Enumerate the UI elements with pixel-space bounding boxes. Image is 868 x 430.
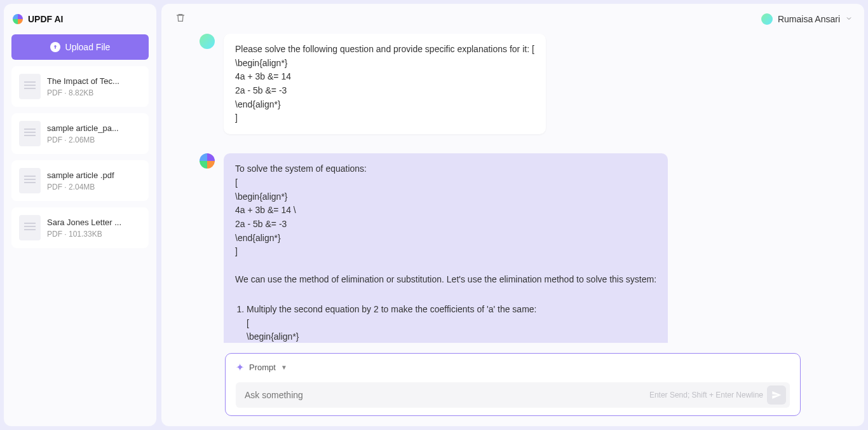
ask-input-wrap: Enter Send; Shift + Enter Newline bbox=[236, 382, 790, 408]
file-name: sample article .pdf bbox=[47, 170, 141, 180]
file-name: The Impact of Tec... bbox=[47, 76, 141, 86]
document-icon bbox=[19, 121, 41, 146]
file-info: sample article .pdf PDF · 2.04MB bbox=[47, 170, 141, 191]
upload-label: Upload File bbox=[65, 42, 111, 52]
ai-message-bubble: To solve the system of equations: [ \beg… bbox=[224, 153, 668, 343]
file-meta: PDF · 2.04MB bbox=[47, 183, 141, 191]
app-logo-icon bbox=[13, 14, 23, 24]
file-meta: PDF · 8.82KB bbox=[47, 88, 141, 97]
user-message-row: Please solve the following question and … bbox=[200, 34, 839, 134]
prompt-label: Prompt bbox=[249, 363, 276, 372]
input-box: ✦ Prompt ▼ Enter Send; Shift + Enter New… bbox=[225, 353, 801, 416]
file-item[interactable]: The Impact of Tec... PDF · 8.82KB bbox=[11, 66, 149, 107]
file-info: The Impact of Tec... PDF · 8.82KB bbox=[47, 76, 141, 97]
main-panel: Rumaisa Ansari Please solve the followin… bbox=[161, 4, 864, 426]
file-info: sample article_pa... PDF · 2.06MB bbox=[47, 123, 141, 144]
file-item[interactable]: sample article_pa... PDF · 2.06MB bbox=[11, 113, 149, 154]
input-hint: Enter Send; Shift + Enter Newline bbox=[649, 391, 763, 399]
document-icon bbox=[19, 168, 41, 193]
file-name: Sara Jones Letter ... bbox=[47, 218, 141, 227]
sidebar-header: UPDF AI bbox=[11, 11, 149, 28]
sparkle-icon: ✦ bbox=[236, 361, 244, 373]
chat-area[interactable]: Please solve the following question and … bbox=[161, 34, 864, 343]
user-name: Rumaisa Ansari bbox=[778, 14, 840, 24]
topbar: Rumaisa Ansari bbox=[161, 4, 864, 34]
user-message-bubble: Please solve the following question and … bbox=[224, 34, 546, 134]
delete-button[interactable] bbox=[173, 10, 188, 27]
upload-icon bbox=[50, 42, 60, 52]
ai-method-text: We can use the method of elimination or … bbox=[235, 273, 656, 287]
prompt-selector[interactable]: ✦ Prompt ▼ bbox=[236, 361, 790, 373]
ai-avatar-icon bbox=[200, 153, 215, 169]
sidebar: UPDF AI Upload File The Impact of Tec...… bbox=[4, 4, 156, 426]
chevron-down-icon bbox=[845, 13, 853, 25]
document-icon bbox=[19, 215, 41, 240]
ai-intro-text: To solve the system of equations: [ \beg… bbox=[235, 162, 656, 259]
user-menu[interactable]: Rumaisa Ansari bbox=[761, 13, 853, 25]
file-item[interactable]: Sara Jones Letter ... PDF · 101.33KB bbox=[11, 207, 149, 248]
caret-down-icon: ▼ bbox=[281, 364, 287, 371]
ai-step1-text: Multiply the second equation by 2 to mak… bbox=[247, 304, 536, 314]
user-avatar-icon bbox=[200, 34, 215, 49]
file-item[interactable]: sample article .pdf PDF · 2.04MB bbox=[11, 160, 149, 201]
document-icon bbox=[19, 74, 41, 99]
send-button[interactable] bbox=[767, 385, 786, 405]
file-info: Sara Jones Letter ... PDF · 101.33KB bbox=[47, 218, 141, 239]
ai-step1-math: [ \begin{align*} 4a + 3b &= 14 \ 4a - 10… bbox=[247, 317, 656, 343]
ai-steps-list: Multiply the second equation by 2 to mak… bbox=[235, 303, 656, 343]
avatar bbox=[761, 13, 773, 25]
ai-message-row: To solve the system of equations: [ \beg… bbox=[200, 153, 839, 343]
input-panel: ✦ Prompt ▼ Enter Send; Shift + Enter New… bbox=[225, 353, 801, 416]
file-meta: PDF · 101.33KB bbox=[47, 230, 141, 239]
app-title: UPDF AI bbox=[28, 14, 63, 24]
ai-step-1: Multiply the second equation by 2 to mak… bbox=[247, 303, 656, 343]
ask-input[interactable] bbox=[236, 382, 649, 408]
file-meta: PDF · 2.06MB bbox=[47, 135, 141, 144]
file-name: sample article_pa... bbox=[47, 123, 141, 133]
user-message-text: Please solve the following question and … bbox=[235, 43, 534, 125]
upload-file-button[interactable]: Upload File bbox=[11, 34, 149, 60]
